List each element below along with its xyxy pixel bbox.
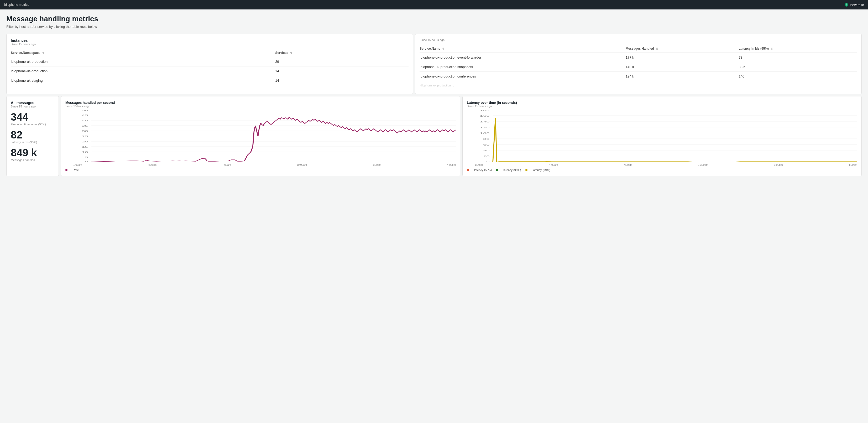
instances-subtitle: Since 15 hours ago [11, 43, 408, 46]
svg-text:40: 40 [82, 119, 88, 122]
all-messages-title: All messages [11, 101, 54, 105]
sort-icon-5: ⇅ [771, 47, 773, 50]
table-row[interactable]: Idiophone-uk-production:conferences124 k… [420, 72, 857, 81]
execution-time-label: Execution time in ms (95%) [11, 123, 54, 126]
col-messages-handled: Messages Handled ⇅ [626, 45, 739, 53]
col-services: Services ⇅ [275, 49, 408, 57]
messages-chart-area: 50 45 40 35 30 25 20 15 10 5 0 [65, 110, 456, 162]
rate-legend-dot [65, 169, 67, 171]
svg-text:80: 80 [483, 138, 490, 140]
new-relic-label: new relic [850, 3, 864, 7]
page-title: Message handling metrics [6, 15, 862, 23]
table-row[interactable]: Idiophone-uk-production29 [11, 57, 408, 66]
svg-text:45: 45 [82, 114, 88, 117]
svg-text:120: 120 [480, 126, 490, 129]
execution-time-value: 344 [11, 111, 54, 123]
svg-text:20: 20 [483, 155, 490, 158]
messages-chart-panel: Messages handled per second Since 15 hou… [61, 96, 460, 176]
all-messages-subtitle: Since 15 hours ago [11, 105, 54, 108]
page-content: Message handling metrics Filter by host … [0, 9, 868, 181]
latency-label: Latency in ms (95%) [11, 141, 54, 144]
svg-text:5: 5 [85, 156, 88, 159]
svg-text:35: 35 [82, 124, 88, 127]
legend-dot [496, 169, 498, 171]
svg-text:160: 160 [480, 115, 490, 117]
svg-text:100: 100 [480, 132, 490, 135]
svg-text:30: 30 [82, 130, 88, 133]
legend-dot [467, 169, 469, 171]
table-row[interactable]: Idiophone-us-production14 [11, 66, 408, 76]
svg-text:25: 25 [82, 135, 88, 138]
svg-text:0: 0 [486, 160, 489, 162]
instances-table: Service.Namespace ⇅ Services ⇅ Idiophone… [11, 49, 408, 85]
svg-text:50: 50 [82, 110, 88, 111]
svg-text:140: 140 [480, 120, 490, 123]
col-namespace: Service.Namespace ⇅ [11, 49, 275, 57]
svg-text:60: 60 [483, 143, 490, 146]
table-row[interactable]: Idiophone-uk-staging14 [11, 76, 408, 85]
latency-x-labels: 1:00am 4:00am 7:00am 10:00am 1:00pm 4:00… [467, 162, 857, 166]
page-subtitle: Filter by host and/or service by clickin… [6, 25, 862, 29]
latency-legend: latency (50%)latency (95%)latency (99%) [467, 168, 857, 172]
latency-chart-svg: 180 160 140 120 100 80 60 40 20 0 [467, 110, 857, 162]
messages-value: 849 k [11, 147, 54, 159]
messages-chart-title: Messages handled per second [65, 101, 456, 105]
new-relic-logo: new relic [844, 2, 864, 7]
legend-label: latency (99%) [533, 168, 550, 172]
messages-x-labels: 1:00am 4:00am 7:00am 10:00am 1:00pm 4:00… [65, 162, 456, 166]
new-relic-icon [844, 2, 849, 7]
all-messages-panel: All messages Since 15 hours ago 344 Exec… [6, 96, 59, 176]
legend-label: latency (95%) [503, 168, 521, 172]
col-service-name: Service.Name ⇅ [420, 45, 626, 53]
latency-chart-title: Latency over time (in seconds) [467, 101, 857, 105]
table-row-partial: Idiophone-uk-production:... [420, 81, 857, 90]
table-row[interactable]: Idiophone-uk-production:event-forwarder1… [420, 53, 857, 62]
svg-text:40: 40 [483, 149, 490, 152]
svg-text:0: 0 [85, 160, 88, 162]
top-bar-title: Idiophone metrics [4, 3, 29, 6]
messages-label: Messages handled [11, 159, 54, 162]
top-bar: Idiophone metrics new relic [0, 0, 868, 9]
legend-dot [525, 169, 527, 171]
sort-icon-1: ⇅ [42, 52, 44, 54]
instances-panel: Instances Since 15 hours ago Service.Nam… [6, 34, 413, 94]
svg-text:20: 20 [82, 140, 88, 143]
service-table-panel: Since 15 hours ago Service.Name ⇅ Messag… [415, 34, 862, 94]
top-panels: Instances Since 15 hours ago Service.Nam… [6, 34, 862, 94]
messages-legend: Rate [65, 168, 456, 172]
instances-title: Instances [11, 38, 408, 43]
sort-icon-3: ⇅ [442, 47, 444, 50]
service-table-subtitle: Since 15 hours ago [420, 38, 857, 41]
sort-icon-2: ⇅ [290, 52, 292, 54]
latency-chart-area: 180 160 140 120 100 80 60 40 20 0 [467, 110, 857, 162]
svg-text:15: 15 [82, 146, 88, 148]
bottom-panels: All messages Since 15 hours ago 344 Exec… [6, 96, 862, 176]
latency-chart-subtitle: Since 15 hours ago [467, 105, 857, 108]
sort-icon-4: ⇅ [656, 47, 658, 50]
messages-chart-subtitle: Since 15 hours ago [65, 105, 456, 108]
legend-label: latency (50%) [474, 168, 492, 172]
table-row[interactable]: Idiophone-uk-production:snapshots140 k8.… [420, 62, 857, 72]
latency-chart-panel: Latency over time (in seconds) Since 15 … [462, 96, 862, 176]
svg-text:180: 180 [480, 110, 490, 111]
col-latency: Latency In Ms (95%) ⇅ [739, 45, 857, 53]
messages-chart-svg: 50 45 40 35 30 25 20 15 10 5 0 [65, 110, 456, 162]
latency-value: 82 [11, 129, 54, 141]
service-table: Service.Name ⇅ Messages Handled ⇅ Latenc… [420, 45, 857, 90]
rate-legend-label: Rate [73, 168, 79, 172]
svg-text:10: 10 [82, 151, 88, 153]
